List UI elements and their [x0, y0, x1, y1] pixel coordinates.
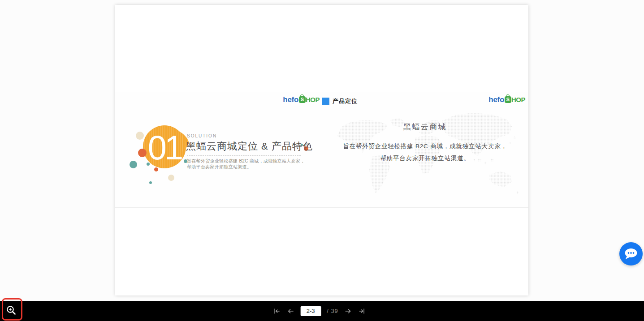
product-text-line1: 旨在帮外贸企业轻松搭建 B2C 商城，成就独立站大卖家，	[322, 142, 528, 150]
slide-page-2: hefo S HOP	[115, 93, 322, 207]
zoom-in-button[interactable]	[3, 303, 20, 320]
logo-text-hop: HOP	[306, 96, 320, 103]
page-number-input[interactable]	[300, 306, 321, 316]
logo-text-s: S	[505, 96, 511, 103]
next-page-button[interactable]	[344, 307, 352, 315]
decor-dot	[149, 181, 152, 184]
next-page-icon	[344, 307, 352, 315]
slide-description-line1: 旨在帮外贸企业轻松搭建 B2C 商城，成就独立站大卖家，	[187, 158, 307, 164]
page-total-label: / 39	[327, 308, 338, 314]
dashed-divider	[187, 155, 301, 156]
decor-dot	[136, 132, 144, 140]
previous-page-button[interactable]	[286, 307, 294, 315]
logo-text-hop: HOP	[511, 96, 525, 103]
logo-text-s: S	[299, 96, 306, 103]
logo-text-hefo: hefo	[488, 96, 504, 103]
hefoshop-logo: hefo S HOP	[283, 96, 320, 103]
viewer-stage: hefo S HOP	[0, 0, 644, 321]
first-page-icon	[272, 307, 281, 315]
last-page-button[interactable]	[358, 307, 366, 315]
chat-button[interactable]	[619, 242, 643, 265]
decor-dot	[147, 163, 150, 166]
bag-handle	[506, 94, 510, 97]
document-page-spread: hefo S HOP	[115, 5, 528, 295]
first-page-button[interactable]	[272, 307, 281, 315]
bag-handle	[300, 94, 304, 97]
viewer-toolbar: / 39	[0, 301, 644, 321]
slide-description: 旨在帮外贸企业轻松搭建 B2C 商城，成就独立站大卖家， 帮助平台卖家开拓独立站…	[187, 158, 307, 170]
page-navigation: / 39	[272, 301, 366, 321]
slide-page-3: 产品定位 hefo S HOP 黑蝠云商城 旨在帮外贸企业轻松搭建 B2C 商城…	[322, 93, 528, 207]
logo-text-hefo: hefo	[283, 96, 298, 103]
shopping-bag-icon: S	[505, 96, 511, 103]
slide-title: 黑蝠云商城定位 & 产品特色	[186, 140, 313, 153]
product-text-line2: 帮助平台卖家开拓独立站渠道。	[322, 154, 528, 163]
last-page-icon	[358, 307, 366, 315]
decor-dot	[168, 175, 174, 181]
decor-dot	[130, 161, 137, 168]
section-marker-square	[322, 98, 329, 105]
speech-bubble-icon	[619, 242, 643, 265]
section-header: 产品定位	[322, 97, 358, 105]
hefoshop-logo: hefo S HOP	[488, 96, 525, 103]
product-heading: 黑蝠云商城	[322, 122, 528, 132]
slide-spread: hefo S HOP	[115, 93, 528, 208]
previous-page-icon	[286, 307, 294, 315]
kicker-label: SOLUTION	[187, 133, 217, 138]
section-label: 产品定位	[333, 97, 358, 105]
decor-dot	[154, 167, 158, 171]
slide-description-line2: 帮助平台卖家开拓独立站渠道。	[187, 164, 307, 170]
shopping-bag-icon: S	[299, 96, 306, 103]
magnifier-plus-icon	[5, 304, 17, 317]
decor-dot	[138, 149, 147, 157]
